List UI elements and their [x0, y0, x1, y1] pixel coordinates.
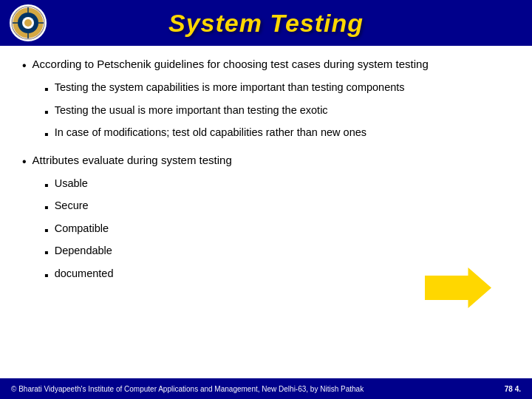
slide-container: System Testing • According to Petschenik… [0, 0, 532, 399]
next-arrow-icon[interactable] [425, 267, 491, 308]
sub-bullet-2-4: ▪ Dependable [44, 243, 510, 261]
footer-page: 78 4. [505, 385, 521, 393]
bullet-1-icon: • [22, 58, 27, 74]
sub-bullet-2-1-icon: ▪ [44, 177, 49, 194]
sub-bullet-1-3-icon: ▪ [44, 126, 49, 143]
sub-bullet-2-2-icon: ▪ [44, 200, 49, 216]
sub-bullet-1-2: ▪ Testing the usual is more important th… [44, 103, 510, 120]
sub-bullet-2-2: ▪ Secure [44, 198, 510, 216]
arrow-area [425, 267, 491, 308]
sub-bullet-1-2-icon: ▪ [44, 104, 49, 120]
sub-bullets-1: ▪ Testing the system capabilities is mor… [44, 80, 510, 147]
bullet-2-text: Attributes evaluate during system testin… [33, 152, 510, 168]
sub-bullet-1-1-icon: ▪ [44, 81, 49, 98]
slide-content: • According to Petschenik guidelines for… [0, 46, 532, 378]
sub-bullet-1-3-text: In case of modifications; test old capab… [55, 125, 510, 140]
sub-bullet-1-1: ▪ Testing the system capabilities is mor… [44, 80, 510, 98]
sub-bullet-2-4-text: Dependable [55, 243, 510, 258]
sub-bullet-2-5-icon: ▪ [44, 267, 49, 284]
slide-title: System Testing [168, 9, 364, 38]
svg-point-3 [24, 19, 32, 27]
sub-bullet-2-4-icon: ▪ [44, 245, 49, 261]
bullet-1: • According to Petschenik guidelines for… [22, 56, 510, 74]
sub-bullet-1-2-text: Testing the usual is more important than… [55, 103, 510, 117]
slide-footer: © Bharati Vidyapeeth's Institute of Comp… [0, 378, 532, 399]
sub-bullet-1-1-text: Testing the system capabilities is more … [55, 80, 510, 95]
sub-bullet-1-3: ▪ In case of modifications; test old cap… [44, 125, 510, 143]
sub-bullet-2-1-text: Usable [55, 176, 510, 191]
slide-header: System Testing [0, 0, 532, 46]
bullet-2-icon: • [22, 154, 27, 170]
bullet-2: • Attributes evaluate during system test… [22, 152, 510, 170]
logo-circle [10, 4, 47, 41]
logo-inner [12, 7, 44, 39]
logo-area [7, 4, 48, 41]
footer-text: © Bharati Vidyapeeth's Institute of Comp… [11, 385, 364, 393]
sub-bullet-2-2-text: Secure [55, 198, 510, 213]
sub-bullet-2-3: ▪ Compatible [44, 221, 510, 239]
sub-bullet-2-1: ▪ Usable [44, 176, 510, 194]
sub-bullet-2-3-icon: ▪ [44, 222, 49, 239]
bullet-1-text: According to Petschenik guidelines for c… [33, 56, 510, 72]
sub-bullet-2-3-text: Compatible [55, 221, 510, 236]
